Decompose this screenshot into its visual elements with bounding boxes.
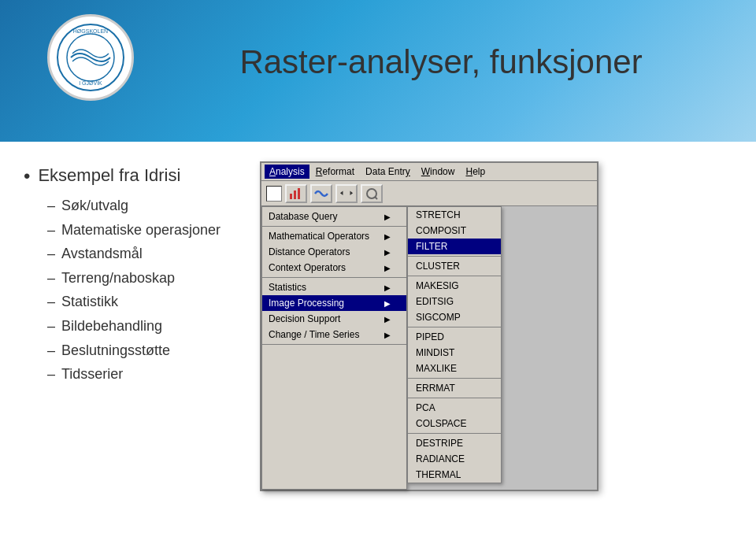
logo-circle: HØGSKOLEN I GJØVIK [47,14,134,101]
menu-image-processing[interactable]: Image Processing ▶ [262,295,406,311]
menu-distance-operators[interactable]: Distance Operators ▶ [262,244,406,260]
svg-rect-4 [290,194,292,199]
svg-rect-5 [294,191,296,199]
menu-group-3: Statistics ▶ Image Processing ▶ Decision… [262,278,406,345]
arrow-icon: ▶ [384,331,391,339]
logo-svg: HØGSKOLEN I GJØVIK [55,22,126,93]
bullet-list: Eksempel fra Idrisi Søk/utvalg Matematis… [24,157,244,539]
list-item: Avstandsmål [47,242,244,266]
toolbar-circle-btn[interactable] [361,184,383,203]
submenu-filter[interactable]: FILTER [408,239,501,254]
arrow-icon: ▶ [384,299,391,308]
toolbar [261,181,597,206]
submenu-thermal[interactable]: THERMAL [408,467,501,483]
arrow-icon: ▶ [384,213,391,221]
page-title: Raster-analyser, funksjoner [158,43,724,81]
submenu-sep-4 [408,378,501,379]
submenu-pca[interactable]: PCA [408,400,501,416]
submenu-sep-2 [408,276,501,276]
svg-text:I GJØVIK: I GJØVIK [79,80,102,86]
submenu-makesig[interactable]: MAKESIG [408,278,501,294]
submenu-sep-5 [408,398,501,398]
arrow-icon: ▶ [384,248,391,257]
submenu-colspace[interactable]: COLSPACE [408,416,501,431]
submenu-editsig[interactable]: EDITSIG [408,294,501,309]
list-item: Statistikk [47,290,244,314]
menu-statistics[interactable]: Statistics ▶ [262,279,406,295]
menu-analysis[interactable]: Analysis [265,165,309,179]
menu-change-time-series[interactable]: Change / Time Series ▶ [262,327,406,342]
menu-screenshot: Analysis Reformat Data Entry Window Help [260,157,732,539]
submenu-sep-1 [408,256,501,257]
list-item: Søk/utvalg [47,194,244,218]
toolbar-wave-btn[interactable] [310,184,332,203]
dropdown-area: Database Query ▶ Mathematical Operators … [261,206,597,490]
svg-marker-7 [343,191,354,194]
list-item: Tidsserier [47,362,244,387]
svg-line-10 [375,197,377,199]
menu-group-1: Database Query ▶ [262,207,406,227]
submenu-radiance[interactable]: RADIANCE [408,451,501,467]
menu-reformat[interactable]: Reformat [311,165,359,179]
submenu-errmat[interactable]: ERRMAT [408,380,501,396]
submenu-piped[interactable]: PIPED [408,329,501,345]
submenu-composit[interactable]: COMPOSIT [408,223,501,239]
menu-decision-support[interactable]: Decision Support ▶ [262,311,406,327]
arrow-icon: ▶ [384,264,391,272]
svg-text:HØGSKOLEN: HØGSKOLEN [73,28,108,34]
main-bullet-text: Eksempel fra Idrisi [38,165,180,186]
toolbar-input [266,186,282,202]
toolbar-chart-btn[interactable] [285,184,307,203]
toolbar-arrow-btn[interactable] [335,184,358,203]
submenu-maxlike[interactable]: MAXLIKE [408,361,501,376]
arrow-icon: ▶ [384,283,391,292]
list-item: Terreng/naboskap [47,266,244,290]
sub-list: Søk/utvalg Matematiske operasjoner Avsta… [24,194,244,387]
menu-window[interactable]: Window [417,165,460,179]
submenu-sep-6 [408,433,501,434]
menu-database-query[interactable]: Database Query ▶ [262,209,406,224]
arrow-icon: ▶ [384,315,391,324]
menu-bar: Analysis Reformat Data Entry Window Help [261,163,597,181]
list-item: Beslutningsstøtte [47,339,244,363]
image-processing-submenu: STRETCH COMPOSIT FILTER CLUSTER MAKESIG … [407,206,502,483]
logo-container: HØGSKOLEN I GJØVIK [47,14,134,101]
menu-group-2: Mathematical Operators ▶ Distance Operat… [262,227,406,278]
content-area: Eksempel fra Idrisi Søk/utvalg Matematis… [0,142,756,555]
list-item: Bildebehandling [47,314,244,339]
main-bullet: Eksempel fra Idrisi [24,165,244,187]
idrisi-window: Analysis Reformat Data Entry Window Help [260,161,598,491]
svg-rect-6 [298,188,300,199]
submenu-cluster[interactable]: CLUSTER [408,258,501,274]
submenu-mindist[interactable]: MINDIST [408,345,501,361]
menu-help[interactable]: Help [461,165,490,179]
menu-data-entry[interactable]: Data Entry [361,165,415,179]
submenu-stretch[interactable]: STRETCH [408,207,501,223]
svg-marker-8 [340,191,350,194]
submenu-sep-3 [408,327,501,327]
list-item: Matematiske operasjoner [47,218,244,242]
menu-math-operators[interactable]: Mathematical Operators ▶ [262,228,406,244]
menu-context-operators[interactable]: Context Operators ▶ [262,260,406,276]
main-dropdown-menu: Database Query ▶ Mathematical Operators … [261,206,407,490]
submenu-sigcomp[interactable]: SIGCOMP [408,309,501,325]
arrow-icon: ▶ [384,232,391,241]
submenu-destripe[interactable]: DESTRIPE [408,435,501,451]
